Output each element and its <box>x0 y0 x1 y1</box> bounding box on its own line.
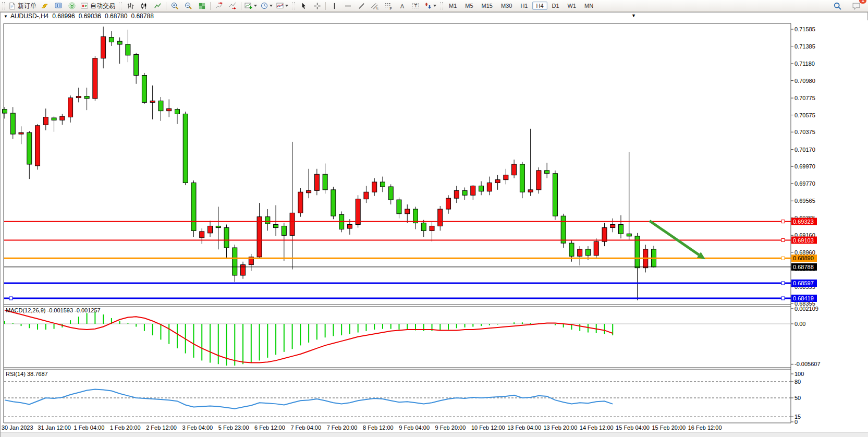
candle-body <box>314 174 319 190</box>
candle-body <box>487 183 492 191</box>
tf-button-MN[interactable]: MN <box>581 2 597 10</box>
candle-body <box>578 249 582 256</box>
line-handle[interactable] <box>781 220 785 223</box>
trendline-icon <box>358 2 365 10</box>
chat-icon <box>852 2 861 10</box>
toolbar-separator <box>210 2 211 10</box>
line-handle[interactable] <box>781 257 785 260</box>
candle-body <box>372 182 377 192</box>
candle-body <box>479 186 484 191</box>
zoom-out-button[interactable] <box>181 0 195 11</box>
new-order-button[interactable]: 新订单 <box>7 0 38 11</box>
zoom-in-button[interactable] <box>168 0 181 11</box>
chart-canvas[interactable]: 0.715850.713850.711800.709800.707750.705… <box>1 20 868 437</box>
bar-chart-button[interactable] <box>124 0 137 11</box>
time-axis-label: 13 Feb 04:00 <box>507 424 541 431</box>
rsi-tick-label: 100 <box>794 371 804 377</box>
toolbar-grip[interactable] <box>292 2 295 9</box>
time-axis-label: 15 Feb 20:00 <box>652 424 686 431</box>
toolbar-grip[interactable] <box>119 2 121 9</box>
candle-body <box>290 213 295 235</box>
new-chart-caret <box>254 5 257 7</box>
periods-button[interactable] <box>259 0 274 11</box>
templates-button[interactable] <box>274 0 290 11</box>
new-chart-button[interactable] <box>243 0 259 11</box>
zoom-out-icon <box>184 2 192 10</box>
candlestick-chart-button[interactable] <box>137 0 151 11</box>
time-axis-label: 14 Feb 12:00 <box>580 424 614 431</box>
terminal-button[interactable] <box>52 0 65 11</box>
candle-body <box>216 226 221 227</box>
candle-body <box>19 132 23 134</box>
trendline-button[interactable] <box>354 0 368 11</box>
arrows-icon <box>424 2 432 10</box>
equidistant-channel-button[interactable]: E <box>368 0 382 11</box>
rsi-tick-label: 80 <box>794 379 801 385</box>
candle-body <box>282 226 286 235</box>
horizontal-line-button[interactable] <box>341 0 354 11</box>
text-button[interactable]: A <box>395 0 409 11</box>
tf-button-W1[interactable]: W1 <box>564 2 580 10</box>
arrows-button[interactable] <box>422 0 438 11</box>
candle-body <box>84 96 89 99</box>
candle-body <box>569 243 574 256</box>
candle-body <box>109 38 114 42</box>
candle-body <box>134 54 139 75</box>
cursor-button[interactable] <box>297 0 310 11</box>
tile-windows-button[interactable] <box>195 0 209 11</box>
search-icon <box>833 2 842 10</box>
candle-body <box>430 226 434 230</box>
autotrade-button[interactable]: 自动交易 <box>79 0 117 11</box>
candle-body <box>200 232 204 238</box>
price-badge-label: 0.69323 <box>793 218 814 225</box>
tf-button-H4[interactable]: H4 <box>532 2 547 10</box>
candle-body <box>233 248 237 275</box>
search-button[interactable] <box>830 0 844 11</box>
fibonacci-icon: F <box>384 2 393 10</box>
line-chart-button[interactable] <box>151 0 164 11</box>
line-handle[interactable] <box>781 239 785 242</box>
candle-body <box>257 217 262 257</box>
shift-end-button[interactable] <box>212 0 226 11</box>
tf-button-M1[interactable]: M1 <box>445 2 460 10</box>
vertical-line-button[interactable] <box>327 0 341 11</box>
tf-button-M30[interactable]: M30 <box>497 2 516 10</box>
market-watch-button[interactable] <box>38 0 52 11</box>
expander-icon[interactable]: ▼ <box>4 14 8 19</box>
price-tick-label: 0.71180 <box>794 60 815 67</box>
time-axis-label: 2 Feb 12:00 <box>146 424 177 431</box>
autoscroll-button[interactable] <box>226 0 239 11</box>
line-handle[interactable] <box>781 297 785 300</box>
tf-button-H1[interactable]: H1 <box>517 2 531 10</box>
text-label-button[interactable]: T <box>409 0 422 11</box>
price-tick-label: 0.69565 <box>794 198 815 204</box>
time-axis-label: 16 Feb 12:00 <box>688 424 722 431</box>
macd-tick-label: 0.00 <box>794 321 805 327</box>
time-axis-label: 31 Jan 12:00 <box>38 424 71 431</box>
candle-body <box>619 225 624 234</box>
chart-shift-marker-icon[interactable]: ▼ <box>631 12 636 20</box>
candle-body <box>76 96 81 98</box>
notifications-button[interactable]: 1 <box>849 0 863 11</box>
candle-body <box>126 44 130 55</box>
crosshair-button[interactable] <box>310 0 324 11</box>
candle-body <box>183 114 188 183</box>
price-tick-label: 0.70980 <box>794 78 815 84</box>
time-axis-label: 13 Feb 20:00 <box>544 424 578 431</box>
candle-body <box>68 98 73 117</box>
tf-button-M5[interactable]: M5 <box>461 2 476 10</box>
tf-button-D1[interactable]: D1 <box>548 2 563 10</box>
horizontal-line-icon <box>344 2 352 10</box>
rsi-tick-label: 0 <box>794 419 798 425</box>
fibonacci-button[interactable]: F <box>382 0 395 11</box>
price-tick-label: 0.70775 <box>794 95 815 101</box>
svg-text:T: T <box>414 3 418 8</box>
candle-body <box>536 171 541 190</box>
toolbar-grip[interactable] <box>440 2 443 9</box>
toolbar-grip[interactable] <box>2 2 5 9</box>
line-handle[interactable] <box>781 282 785 285</box>
signals-button[interactable] <box>65 0 79 11</box>
candle-body <box>610 225 615 228</box>
line-handle[interactable] <box>9 297 13 300</box>
tf-button-M15[interactable]: M15 <box>478 2 496 10</box>
